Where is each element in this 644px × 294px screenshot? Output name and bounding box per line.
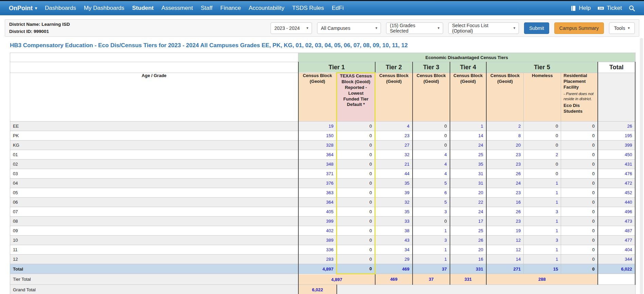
value-cell-link[interactable]: 376: [298, 179, 337, 188]
value-cell-link[interactable]: 22: [450, 198, 486, 207]
value-cell-link[interactable]: 473: [598, 217, 635, 226]
value-cell-link[interactable]: 8: [486, 131, 524, 141]
tier5-total-link[interactable]: 288: [486, 274, 598, 285]
value-cell-link[interactable]: 23: [486, 160, 524, 169]
value-cell-link[interactable]: 283: [298, 255, 337, 264]
tools-button[interactable]: Tools ▾: [609, 22, 635, 34]
value-cell-link[interactable]: 24: [450, 141, 486, 150]
value-cell-link[interactable]: 32: [375, 150, 413, 160]
value-cell-link[interactable]: 150: [298, 131, 337, 141]
value-cell-link[interactable]: 14: [450, 131, 486, 141]
value-cell-link[interactable]: 3: [413, 207, 450, 217]
value-cell-link[interactable]: 27: [375, 141, 413, 150]
total-cell-link[interactable]: 6,022: [598, 264, 635, 274]
value-cell-link[interactable]: 195: [598, 131, 635, 141]
value-cell-link[interactable]: 402: [298, 226, 337, 236]
value-cell-link[interactable]: 23: [375, 131, 413, 141]
value-cell-link[interactable]: 472: [598, 179, 635, 188]
value-cell-link[interactable]: 476: [598, 169, 635, 179]
value-cell-link[interactable]: 44: [375, 169, 413, 179]
value-cell-link[interactable]: 5: [413, 198, 450, 207]
school-year-select[interactable]: 2023 - 2024 ▾: [271, 22, 312, 34]
value-cell-link[interactable]: 1: [524, 188, 561, 198]
value-cell-link[interactable]: 26: [486, 207, 524, 217]
value-cell-link[interactable]: 4: [413, 150, 450, 160]
brand-menu-onpoint[interactable]: OnPoint ▾: [9, 5, 37, 12]
total-cell-link[interactable]: 15: [524, 264, 561, 274]
total-cell-link[interactable]: 271: [486, 264, 524, 274]
value-cell-link[interactable]: 20: [486, 141, 524, 150]
value-cell-link[interactable]: 328: [298, 141, 337, 150]
help-link[interactable]: Help: [571, 5, 591, 12]
value-cell-link[interactable]: 23: [486, 188, 524, 198]
value-cell-link[interactable]: 17: [450, 217, 486, 226]
value-cell-link[interactable]: 35: [375, 179, 413, 188]
value-cell-link[interactable]: 2: [524, 150, 561, 160]
value-cell-link[interactable]: 404: [598, 245, 635, 255]
value-cell-link[interactable]: 4: [375, 122, 413, 131]
value-cell-link[interactable]: 1: [524, 245, 561, 255]
value-cell-link[interactable]: 16: [450, 255, 486, 264]
value-cell-link[interactable]: 1: [524, 217, 561, 226]
submit-button[interactable]: Submit: [524, 22, 549, 34]
value-cell-link[interactable]: 35: [450, 160, 486, 169]
total-cell-link[interactable]: 331: [450, 264, 486, 274]
value-cell-link[interactable]: 16: [486, 198, 524, 207]
value-cell-link[interactable]: 3: [524, 207, 561, 217]
value-cell-link[interactable]: 20: [450, 245, 486, 255]
value-cell-link[interactable]: 31: [450, 179, 486, 188]
value-cell-link[interactable]: 2: [486, 122, 524, 131]
nav-item-my-dashboards[interactable]: My Dashboards: [84, 5, 124, 12]
value-cell-link[interactable]: 24: [486, 179, 524, 188]
nav-item-assessment[interactable]: Assessment: [161, 5, 193, 12]
total-cell-link[interactable]: 4,897: [298, 264, 337, 274]
value-cell-link[interactable]: 496: [598, 207, 635, 217]
value-cell-link[interactable]: 20: [450, 188, 486, 198]
value-cell-link[interactable]: 5: [413, 179, 450, 188]
value-cell-link[interactable]: 26: [598, 122, 635, 131]
focus-list-select[interactable]: Select Focus List (Optional) ▾: [448, 22, 519, 34]
total-cell-link[interactable]: 469: [375, 264, 413, 274]
tier3-total-link[interactable]: 37: [413, 274, 450, 285]
value-cell-link[interactable]: 487: [598, 226, 635, 236]
grades-select[interactable]: (15) Grades Selected ▾: [386, 22, 443, 34]
value-cell-link[interactable]: 4: [413, 169, 450, 179]
value-cell-link[interactable]: 32: [375, 198, 413, 207]
value-cell-link[interactable]: 24: [450, 207, 486, 217]
value-cell-link[interactable]: 1: [413, 245, 450, 255]
nav-item-student[interactable]: Student: [132, 5, 154, 12]
value-cell-link[interactable]: 33: [375, 217, 413, 226]
tier2-total-link[interactable]: 469: [375, 274, 413, 285]
value-cell-link[interactable]: 3: [524, 236, 561, 245]
value-cell-link[interactable]: 6: [413, 188, 450, 198]
nav-item-dashboards[interactable]: Dashboards: [45, 5, 76, 12]
value-cell-link[interactable]: 14: [486, 255, 524, 264]
value-cell-link[interactable]: 1: [524, 179, 561, 188]
vertical-scrollbar[interactable]: [640, 38, 643, 294]
value-cell-link[interactable]: 35: [375, 207, 413, 217]
value-cell-link[interactable]: 1: [413, 226, 450, 236]
value-cell-link[interactable]: 1: [450, 122, 486, 131]
value-cell-link[interactable]: 43: [375, 236, 413, 245]
value-cell-link[interactable]: 364: [298, 150, 337, 160]
value-cell-link[interactable]: 452: [598, 188, 635, 198]
value-cell-link[interactable]: 1: [413, 255, 450, 264]
value-cell-link[interactable]: 363: [298, 188, 337, 198]
value-cell-link[interactable]: 39: [375, 188, 413, 198]
value-cell-link[interactable]: 26: [486, 169, 524, 179]
tier4-total-link[interactable]: 331: [450, 274, 486, 285]
total-cell-link[interactable]: 37: [413, 264, 450, 274]
value-cell-link[interactable]: 477: [598, 236, 635, 245]
campus-select[interactable]: All Campuses ▾: [317, 22, 381, 34]
value-cell-link[interactable]: 38: [375, 226, 413, 236]
value-cell-link[interactable]: 31: [450, 169, 486, 179]
value-cell-link[interactable]: 19: [298, 122, 337, 131]
nav-item-staff[interactable]: Staff: [201, 5, 213, 12]
value-cell-link[interactable]: 19: [486, 226, 524, 236]
value-cell-link[interactable]: 23: [486, 217, 524, 226]
nav-item-edfi[interactable]: EdFi: [332, 5, 344, 12]
value-cell-link[interactable]: 1: [524, 198, 561, 207]
nav-item-finance[interactable]: Finance: [220, 5, 241, 12]
ticket-link[interactable]: Ticket: [597, 5, 622, 12]
value-cell-link[interactable]: 450: [598, 150, 635, 160]
